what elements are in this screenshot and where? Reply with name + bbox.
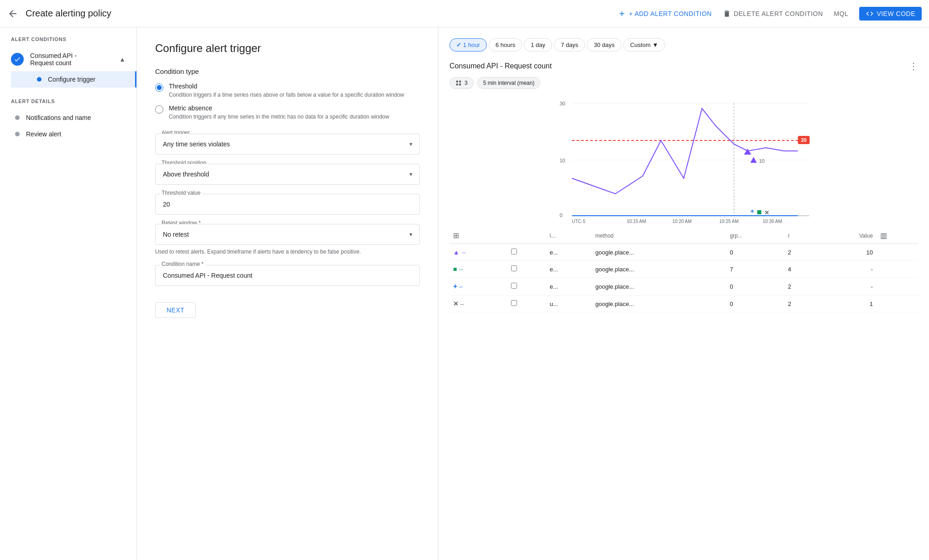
grid-icon: ⊞: [453, 232, 459, 239]
sidebar-item-consumed-api[interactable]: Consumed API -Request count ▲: [0, 47, 136, 71]
retest-window-select[interactable]: No retest 5 minutes 10 minutes 30 minute…: [155, 224, 420, 245]
next-button[interactable]: NEXT: [155, 302, 196, 318]
chart-svg: 30 10 0 20: [449, 96, 918, 224]
th-r: r: [784, 228, 815, 244]
threshold-position-select[interactable]: Above threshold Below threshold: [155, 164, 420, 185]
view-code-button[interactable]: VIEW CODE: [859, 7, 922, 21]
condition-type-label: Condition type: [155, 67, 420, 75]
row-icon-cell-4: ✕ ─: [449, 296, 507, 312]
time-btn-6hours[interactable]: 6 hours: [489, 38, 522, 52]
table-row: ■ ─ e... google.place... 7 4 -: [449, 261, 918, 278]
row-label: e...: [546, 244, 592, 261]
th-label: l...: [546, 228, 592, 244]
row-value-2: -: [815, 261, 877, 278]
add-condition-button[interactable]: + ADD ALERT CONDITION: [618, 10, 712, 18]
time-btn-7days[interactable]: 7 days: [554, 38, 585, 52]
active-dot-icon: [37, 77, 42, 82]
alert-details-label: ALERT DETAILS: [0, 99, 136, 109]
sidebar: ALERT CONDITIONS Consumed API -Request c…: [0, 27, 137, 560]
svg-text:+: +: [751, 207, 754, 215]
th-bar: ▥: [877, 228, 918, 244]
threshold-position-field: Threshold position Above threshold Below…: [155, 164, 420, 185]
row-checkbox-4[interactable]: [511, 300, 517, 306]
triangle-icon: ▲: [453, 249, 459, 256]
review-label: Review alert: [26, 130, 61, 138]
dot-icon-2: [15, 132, 20, 136]
metric-absence-label: Metric absence: [169, 104, 389, 112]
row-grp-3: 0: [726, 278, 784, 296]
alert-trigger-select-wrapper: Any time series violates All time series…: [155, 134, 420, 155]
chart-options-button[interactable]: ⋮: [909, 61, 918, 72]
row-r: 2: [784, 244, 815, 261]
row-checkbox-3[interactable]: [511, 283, 517, 289]
row-icon-cell-2: ■ ─: [449, 261, 507, 278]
row-r-3: 2: [784, 278, 815, 296]
mql-button[interactable]: MQL: [834, 10, 849, 17]
th-grp: grp...: [726, 228, 784, 244]
row-grp-4: 0: [726, 296, 784, 312]
series-count-badge[interactable]: 3: [449, 77, 474, 89]
row-method-4: google.place...: [592, 296, 726, 312]
retest-window-field: Retest window * No retest 5 minutes 10 m…: [155, 224, 420, 256]
time-btn-1hour[interactable]: ✓ 1 hour: [449, 38, 487, 52]
time-btn-custom[interactable]: Custom ▼: [623, 38, 665, 52]
condition-name-input[interactable]: [155, 265, 420, 286]
threshold-radio[interactable]: [155, 83, 163, 92]
row-label-2: e...: [546, 261, 592, 278]
dot-icon: [15, 115, 20, 120]
th-value: Value: [815, 228, 877, 244]
row-checkbox-2[interactable]: [511, 265, 517, 271]
threshold-position-select-wrapper: Above threshold Below threshold: [155, 164, 420, 185]
row-checkbox[interactable]: [511, 249, 517, 254]
top-nav: Create alerting policy + ADD ALERT CONDI…: [0, 0, 929, 27]
threshold-option[interactable]: Threshold Condition triggers if a time s…: [155, 83, 420, 99]
chevron-up-icon: ▲: [119, 56, 125, 63]
condition-name-field: Condition name *: [155, 265, 420, 286]
metric-absence-radio[interactable]: [155, 105, 163, 114]
chart-title-row: Consumed API - Request count ⋮: [449, 61, 918, 72]
notifications-label: Notifications and name: [26, 114, 91, 121]
square-icon: ■: [453, 265, 457, 273]
time-btn-1day[interactable]: 1 day: [524, 38, 552, 52]
sidebar-consumed-api-label: Consumed API -Request count: [30, 52, 77, 67]
chart-panel: ✓ 1 hour 6 hours 1 day 7 days 30 days Cu…: [438, 27, 929, 560]
row-label-4: u...: [546, 296, 592, 312]
row-value-3: -: [815, 278, 877, 296]
row-checkbox-cell-2[interactable]: [507, 261, 546, 278]
row-r-4: 2: [784, 296, 815, 312]
svg-text:0: 0: [560, 213, 563, 218]
row-grp: 0: [726, 244, 784, 261]
back-button[interactable]: [7, 8, 18, 19]
time-btn-30days[interactable]: 30 days: [587, 38, 621, 52]
svg-rect-23: [757, 210, 762, 214]
svg-text:10:25 AM: 10:25 AM: [720, 219, 739, 224]
table-row: + ─ e... google.place... 0 2 -: [449, 278, 918, 296]
chart-title: Consumed API - Request count: [449, 62, 552, 70]
row-checkbox-cell-4[interactable]: [507, 296, 546, 312]
row-checkbox-cell[interactable]: [507, 244, 546, 261]
alert-trigger-select[interactable]: Any time series violates All time series…: [155, 134, 420, 155]
svg-text:UTC-5: UTC-5: [572, 219, 586, 224]
chart-badges: 3 5 min interval (mean): [449, 77, 918, 89]
interval-badge[interactable]: 5 min interval (mean): [477, 77, 541, 89]
configure-trigger-label: Configure trigger: [48, 76, 95, 83]
main-content: Configure alert trigger Condition type T…: [137, 27, 929, 560]
x-icon: ✕: [453, 300, 459, 307]
row-grp-2: 7: [726, 261, 784, 278]
threshold-value-input[interactable]: [155, 194, 420, 215]
svg-text:10:15 AM: 10:15 AM: [627, 219, 646, 224]
row-method: google.place...: [592, 244, 726, 261]
delete-condition-button[interactable]: DELETE ALERT CONDITION: [723, 10, 823, 18]
sidebar-item-review[interactable]: Review alert: [0, 126, 136, 142]
sidebar-item-notifications[interactable]: Notifications and name: [0, 109, 136, 126]
row-checkbox-cell-3[interactable]: [507, 278, 546, 296]
svg-text:10:20 AM: 10:20 AM: [673, 219, 692, 224]
metric-absence-option[interactable]: Metric absence Condition triggers if any…: [155, 104, 420, 121]
sidebar-item-configure-trigger[interactable]: Configure trigger: [11, 71, 136, 88]
row-icon-cell-3: + ─: [449, 278, 507, 296]
nav-actions: + ADD ALERT CONDITION DELETE ALERT CONDI…: [618, 7, 922, 21]
main-layout: ALERT CONDITIONS Consumed API -Request c…: [0, 27, 929, 560]
row-r-2: 4: [784, 261, 815, 278]
plus-icon: +: [453, 282, 457, 290]
svg-text:30: 30: [560, 101, 565, 106]
